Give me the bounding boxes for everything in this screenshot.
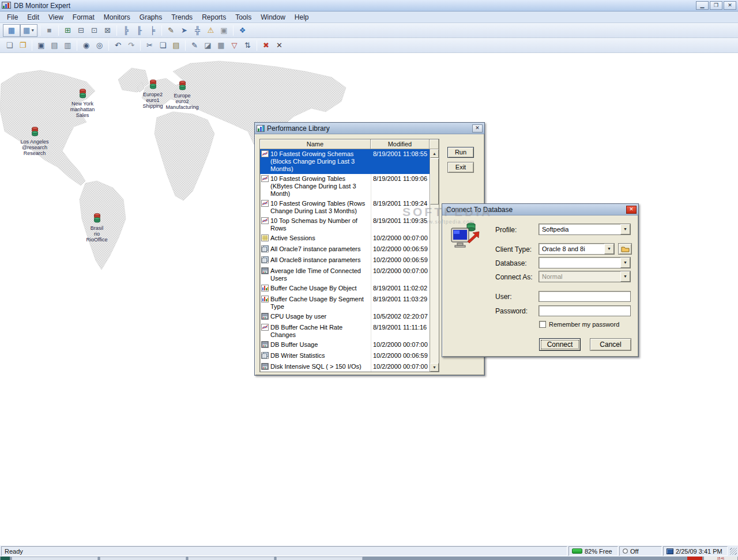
chevron-down-icon[interactable]: ▼ (604, 244, 614, 254)
performance-list-scrollbar[interactable]: ▲ ▼ (430, 149, 439, 372)
scrollbar-thumb[interactable] (430, 158, 439, 205)
cancel-button[interactable]: Cancel (590, 338, 631, 351)
find-button[interactable]: ◉ (80, 39, 93, 52)
legend-button[interactable]: ▣ (217, 24, 231, 37)
alarm-bell-button[interactable]: ⚠ (204, 24, 217, 37)
redo-button[interactable]: ↷ (125, 39, 138, 52)
map-node-brasil[interactable]: BrasilrioRioOffice (72, 213, 122, 243)
graph-style-button[interactable]: ▦▼ (20, 24, 37, 37)
list-item[interactable]: Disk Intensive SQL ( > 150 I/Os)10/2/200… (260, 362, 430, 372)
fill-button[interactable]: ◪ (201, 39, 214, 52)
print-button[interactable]: ▤ (48, 39, 61, 52)
draw-button[interactable]: ✎ (164, 24, 178, 37)
menu-reports[interactable]: Reports (197, 12, 231, 22)
tree-view-button[interactable]: ╞ (146, 24, 159, 37)
verify-database-button[interactable]: ⊡ (88, 24, 101, 37)
client-type-combobox[interactable]: Oracle 8 and 8i ▼ (539, 243, 615, 255)
list-item[interactable]: Buffer Cache Usage By Object8/19/2001 11… (260, 283, 430, 294)
menu-window[interactable]: Window (256, 12, 290, 22)
chevron-down-icon[interactable]: ▼ (31, 28, 35, 32)
menu-monitors[interactable]: Monitors (99, 12, 135, 22)
monitor-graph-button[interactable]: ▦ (3, 24, 20, 37)
menu-view[interactable]: View (44, 12, 68, 22)
menu-format[interactable]: Format (68, 12, 99, 22)
user-field[interactable] (539, 291, 631, 302)
map-node-los-angeles[interactable]: Los Angeles@researchResearch (10, 127, 59, 156)
profile-combobox[interactable]: Softpedia ▼ (539, 224, 631, 235)
menu-help[interactable]: Help (290, 12, 314, 22)
list-item[interactable]: 10 Top Schemas by Number of Rows8/19/200… (260, 216, 430, 233)
frame-button[interactable]: ▦ (214, 39, 228, 52)
taskbar-button[interactable] (188, 557, 274, 560)
menu-trends[interactable]: Trends (167, 12, 197, 22)
org-chart-button[interactable]: ╬ (191, 24, 204, 37)
chevron-down-icon[interactable]: ▼ (620, 258, 630, 268)
add-database-button[interactable]: ⊞ (61, 24, 74, 37)
expand-tree-button[interactable]: ╠ (119, 24, 133, 37)
list-item[interactable]: Average Idle Time of Connected Users10/2… (260, 266, 430, 283)
close-button[interactable]: ✕ (724, 1, 736, 10)
performance-library-titlebar[interactable]: Performance Library ✕ (255, 123, 484, 134)
list-item[interactable]: 10 Fastest Growing Tables (KBytes Change… (260, 174, 430, 199)
resize-grip[interactable] (730, 548, 737, 555)
list-item[interactable]: DB Buffer Usage10/2/2000 00:07:00 (260, 340, 430, 351)
connect-dialog-close-icon[interactable]: ✕ (626, 206, 637, 214)
map-node-new-york[interactable]: New YorkmanhattanSales (58, 89, 107, 118)
taskbar-button[interactable] (12, 557, 98, 560)
menu-edit[interactable]: Edit (22, 12, 44, 22)
taskbar-button[interactable] (276, 557, 363, 560)
exit-button[interactable]: Exit (447, 162, 474, 173)
sort-button[interactable]: ⇅ (241, 39, 254, 52)
filter-button[interactable]: ▽ (228, 39, 241, 52)
tray-icon[interactable] (687, 557, 702, 560)
browse-button[interactable] (618, 243, 632, 255)
minimize-button[interactable]: ▁ (696, 1, 709, 10)
titlebar[interactable]: DB Monitor Expert ▁ ❐ ✕ (0, 0, 738, 12)
remember-password-checkbox[interactable]: Remember my password (539, 321, 619, 328)
menu-graphs[interactable]: Graphs (135, 12, 167, 22)
scroll-down-icon[interactable]: ▼ (430, 363, 439, 372)
start-button[interactable] (1, 557, 10, 560)
close-button[interactable]: ✕ (273, 39, 286, 52)
options-button[interactable]: ❖ (236, 24, 249, 37)
connect-button[interactable]: Connect (539, 338, 581, 351)
cut-button[interactable]: ✂ (143, 39, 156, 52)
run-button[interactable]: Run (447, 147, 474, 158)
edit-database-button[interactable]: ⊟ (74, 24, 88, 37)
menu-file[interactable]: File (2, 12, 22, 22)
list-item[interactable]: All Oracle7 instance parameters10/2/2000… (260, 244, 430, 255)
checkbox-icon[interactable] (539, 321, 546, 328)
print-preview-button[interactable]: ▥ (61, 39, 74, 52)
stop-monitor-button[interactable]: ■ (43, 24, 56, 37)
list-item[interactable]: CPU Usage by user10/5/2002 02:20:07 (260, 312, 430, 323)
paste-button[interactable]: ▤ (170, 39, 183, 52)
save-button[interactable]: ▣ (35, 39, 48, 52)
list-item[interactable]: 10 Fastest Growing Schemas (Blocks Chang… (260, 149, 430, 174)
database-combobox[interactable]: ▼ (539, 257, 631, 268)
copy-database-button[interactable]: ⊠ (101, 24, 114, 37)
list-item[interactable]: All Oracle8 instance parameters10/2/2000… (260, 255, 430, 266)
copy-button[interactable]: ❏ (156, 39, 170, 52)
connect-dialog-titlebar[interactable]: Connect To Database ✕ (442, 204, 638, 215)
undo-button[interactable]: ↶ (111, 39, 125, 52)
chevron-down-icon[interactable]: ▼ (620, 224, 630, 234)
restore-button[interactable]: ❐ (710, 1, 722, 10)
delete-button[interactable]: ✖ (259, 39, 273, 52)
list-item[interactable]: DB Writer Statistics10/2/2000 00:06:59 (260, 351, 430, 362)
column-header-modified[interactable]: Modified (371, 139, 430, 149)
collapse-tree-button[interactable]: ╟ (133, 24, 146, 37)
list-item[interactable]: Active Sessions10/2/2000 00:07:00 (260, 233, 430, 244)
list-item[interactable]: Buffer Cache Usage By Segment Type8/19/2… (260, 294, 430, 312)
find-next-button[interactable]: ◎ (93, 39, 106, 52)
performance-library-close-icon[interactable]: ✕ (472, 124, 483, 133)
menu-tools[interactable]: Tools (231, 12, 256, 22)
taskbar-button[interactable] (100, 557, 186, 560)
edit-button[interactable]: ✎ (188, 39, 201, 52)
map-node-europe[interactable]: Europeeuro2Manufacturing (157, 81, 207, 110)
list-item[interactable]: 10 Fastest Growing Tables (Rows Change D… (260, 199, 430, 216)
new-button[interactable]: ❏ (3, 39, 16, 52)
open-button[interactable]: ❐ (16, 39, 29, 52)
password-field[interactable] (539, 305, 631, 316)
send-button[interactable]: ➤ (178, 24, 191, 37)
list-item[interactable]: DB Buffer Cache Hit Rate Changes8/19/200… (260, 323, 430, 340)
